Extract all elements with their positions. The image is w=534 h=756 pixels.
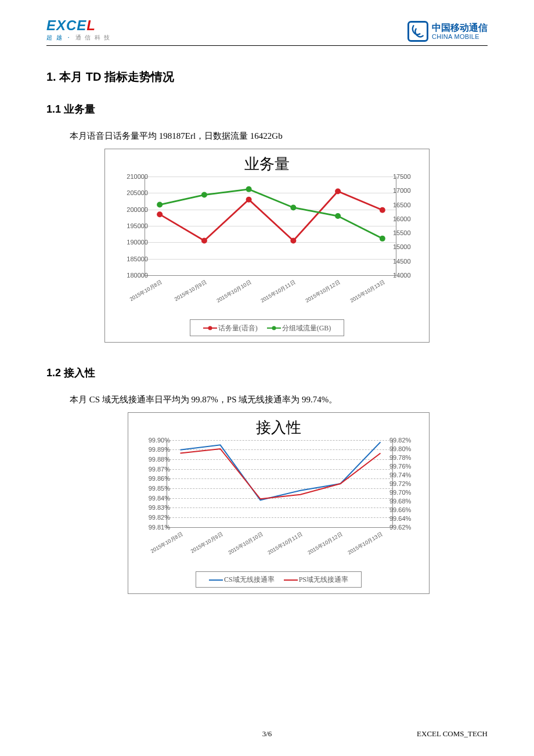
page-header: EXCEL 超 越 ・ 通 信 科 技 中国移动通信 CHINA MOBILE (46, 17, 488, 45)
x-tick: 2015年10月10日 (215, 279, 253, 305)
page-footer: 3/6 EXCEL COMS_TECH (46, 729, 488, 739)
svg-point-4 (335, 189, 341, 195)
chart: 业务量1800001850001900001950002000002050002… (104, 149, 430, 343)
sub-gray: 通 信 科 技 (75, 34, 111, 41)
svg-point-1 (201, 238, 207, 244)
heading-1: 1. 本月 TD 指标走势情况 (46, 69, 488, 85)
x-tick: 2015年10月11日 (259, 279, 297, 305)
chart: 接入性99.81%99.82%99.83%99.84%99.85%99.86%9… (128, 412, 430, 595)
legend-item: PS域无线接通率 (284, 575, 348, 585)
footer-brand: EXCEL COMS_TECH (417, 729, 488, 739)
legend-item: 分组域流量(GB) (267, 323, 331, 333)
chart-legend: 话务量(语音)分组域流量(GB) (105, 316, 429, 342)
x-tick: 2015年10月13日 (349, 279, 387, 305)
x-tick: 2015年10月11日 (266, 531, 304, 557)
brand-subtitle: 超 越 ・ 通 信 科 技 (46, 34, 111, 42)
svg-point-3 (290, 238, 296, 244)
plot-svg (145, 177, 398, 275)
sub-dot: ・ (66, 34, 73, 41)
plot-svg (167, 440, 394, 527)
x-tick: 2015年10月8日 (128, 279, 163, 303)
legend-item: CS域无线接通率 (209, 575, 275, 585)
x-tick: 2015年10月10日 (226, 531, 264, 557)
x-tick: 2015年10月8日 (149, 531, 184, 555)
heading-1-2: 1.2 接入性 (46, 366, 488, 380)
logo-right: 中国移动通信 CHINA MOBILE (407, 21, 488, 42)
svg-point-5 (380, 207, 385, 213)
china-mobile-cn: 中国移动通信 (432, 23, 488, 33)
x-tick: 2015年10月9日 (173, 279, 208, 303)
logo-left: EXCEL 超 越 ・ 通 信 科 技 (46, 17, 111, 42)
brand-text: EXCEL (46, 17, 111, 34)
china-mobile-icon (407, 21, 428, 42)
svg-point-6 (157, 202, 163, 208)
chart-title: 业务量 (105, 149, 429, 177)
svg-point-10 (335, 213, 341, 219)
legend-item: 话务量(语音) (203, 323, 258, 333)
svg-point-0 (157, 211, 163, 217)
x-tick: 2015年10月12日 (304, 279, 342, 305)
svg-point-9 (290, 204, 296, 210)
x-tick: 2015年10月13日 (347, 531, 384, 557)
para-1-1: 本月语音日话务量平均 198187Erl，日数据流量 16422Gb (70, 131, 488, 142)
header-divider (46, 45, 488, 46)
svg-point-2 (246, 197, 252, 203)
svg-point-7 (201, 192, 207, 198)
chart-legend: CS域无线接通率PS域无线接通率 (128, 568, 429, 594)
svg-point-11 (380, 236, 385, 242)
sub-blue: 超 越 (46, 34, 63, 41)
china-mobile-en: CHINA MOBILE (432, 33, 488, 40)
x-tick: 2015年10月9日 (189, 531, 224, 555)
svg-point-8 (246, 186, 252, 192)
heading-1-1: 1.1 业务量 (46, 102, 488, 116)
para-1-2: 本月 CS 域无线接通率日平均为 99.87%，PS 域无线接通率为 99.74… (70, 394, 488, 405)
chart-title: 接入性 (128, 413, 429, 440)
x-tick: 2015年10月12日 (306, 531, 344, 557)
